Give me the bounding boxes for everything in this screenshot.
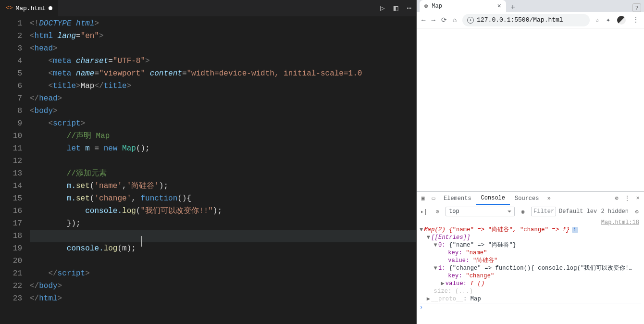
html-file-icon: <> (6, 5, 12, 12)
dirty-indicator-icon (49, 6, 52, 10)
more-icon[interactable]: ⋯ (407, 3, 411, 13)
device-toggle-icon[interactable]: ▭ (428, 195, 439, 202)
back-icon[interactable]: ← (421, 16, 425, 24)
hidden-messages[interactable]: 2 hidden (601, 208, 629, 215)
editor-tabbar: <> Map.html ▷ ◧ ⋯ (0, 0, 416, 16)
editor-tab-map[interactable]: <> Map.html (0, 0, 58, 16)
page-content (417, 28, 644, 191)
more-tabs-icon[interactable]: » (544, 195, 554, 202)
devtools-menu-icon[interactable]: ⋮ (622, 195, 632, 202)
live-expression-icon[interactable]: ◉ (518, 208, 528, 215)
info-badge-icon[interactable]: i (572, 227, 578, 233)
browser-window: ◍ Map × + ? ← → ⟳ ⌂ i 127.0.0.1:5500/Map… (416, 0, 644, 324)
console-settings-icon[interactable]: ⚙ (632, 208, 642, 215)
devtools-tabbar: ▣ ▭ Elements Console Sources » ⚙ ⋮ × (417, 192, 644, 205)
reload-icon[interactable]: ⟳ (441, 16, 447, 24)
editor-actions: ▷ ◧ ⋯ (380, 3, 411, 13)
code-area[interactable]: 123 456 789 101112 131415 161718 192021 … (0, 16, 416, 324)
clear-console-icon[interactable]: ⊘ (432, 208, 443, 215)
console-filter[interactable]: Filter (531, 207, 556, 216)
help-icon[interactable]: ? (632, 3, 641, 12)
browser-tab-title: Map (432, 3, 442, 10)
browser-menu-icon[interactable]: ⋮ (632, 16, 639, 24)
browser-toolbar: ← → ⟳ ⌂ i 127.0.0.1:5500/Map.html ☆ ✦ ⋮ (417, 12, 644, 28)
address-bar[interactable]: i 127.0.0.1:5500/Map.html (462, 14, 589, 26)
split-editor-icon[interactable]: ◧ (394, 3, 398, 13)
extensions-icon[interactable]: ✦ (606, 15, 610, 25)
tab-elements[interactable]: Elements (439, 192, 476, 205)
line-gutter: 123 456 789 101112 131415 161718 192021 … (0, 17, 30, 324)
home-icon[interactable]: ⌂ (453, 16, 457, 24)
console-sidebar-icon[interactable]: ▸| (419, 208, 429, 215)
run-icon[interactable]: ▷ (380, 3, 385, 13)
console-output[interactable]: Map.html:18 ▼Map(2) {"name" => "尚硅谷", "c… (417, 218, 644, 324)
browser-tabstrip: ◍ Map × + ? (417, 0, 644, 12)
new-tab-button[interactable]: + (506, 3, 520, 12)
console-toolbar: ▸| ⊘ top ◉ Filter Default lev 2 hidden ⚙ (417, 205, 644, 218)
text-cursor (141, 236, 142, 247)
close-devtools-icon[interactable]: × (632, 195, 643, 202)
log-levels[interactable]: Default lev (559, 208, 597, 215)
console-row: ▼Map(2) {"name" => "尚硅谷", "change" => f}… (420, 226, 641, 234)
browser-tab-map[interactable]: ◍ Map × (420, 0, 506, 12)
context-selector[interactable]: top (446, 207, 515, 216)
console-prompt[interactable]: › (420, 303, 641, 311)
tab-console[interactable]: Console (476, 192, 510, 205)
devtools-panel: ▣ ▭ Elements Console Sources » ⚙ ⋮ × ▸| … (417, 191, 644, 324)
globe-icon: ◍ (424, 2, 428, 10)
inspect-icon[interactable]: ▣ (418, 195, 428, 202)
close-tab-icon[interactable]: × (497, 2, 501, 10)
url-text: 127.0.0.1:5500/Map.html (477, 16, 563, 24)
code-content[interactable]: <!DOCTYPE html> <html lang="en"> <head> … (30, 17, 416, 324)
forward-icon[interactable]: → (431, 16, 435, 24)
tab-filename: Map.html (15, 5, 45, 12)
settings-icon[interactable]: ⚙ (611, 195, 622, 202)
browser-viewport: ▣ ▭ Elements Console Sources » ⚙ ⋮ × ▸| … (417, 28, 644, 324)
tab-sources[interactable]: Sources (510, 192, 544, 205)
profile-avatar[interactable] (617, 16, 626, 25)
site-info-icon[interactable]: i (467, 17, 474, 24)
bookmark-icon[interactable]: ☆ (595, 16, 599, 24)
code-editor: <> Map.html ▷ ◧ ⋯ 123 456 789 101112 131… (0, 0, 416, 324)
source-link[interactable]: Map.html:18 (420, 219, 641, 226)
